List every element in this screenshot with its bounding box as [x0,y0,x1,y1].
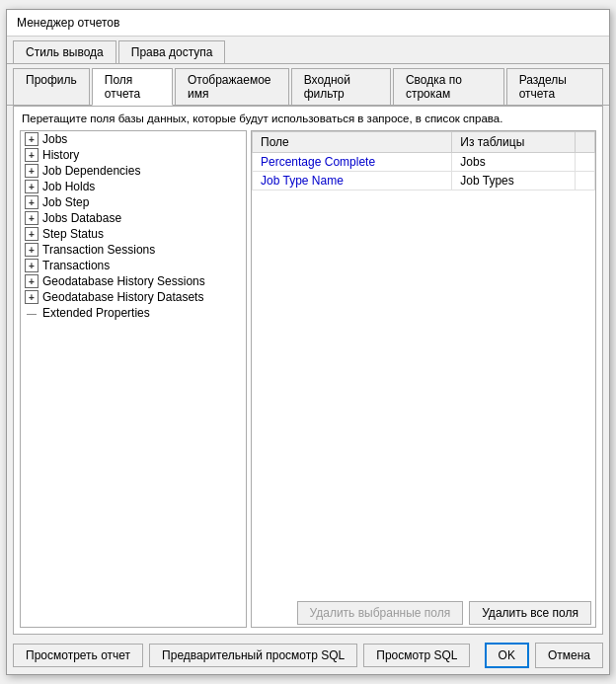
preview-sql-button[interactable]: Предварительный просмотр SQL [149,644,357,667]
tab-row-summary[interactable]: Сводка по строкам [393,68,504,105]
col-header-from: Из таблицы [452,132,576,153]
tree-label-geo-history-datasets: Geodatabase History Datasets [42,290,203,304]
table-row[interactable]: Percentage Complete Jobs [253,153,595,172]
tree-label-job-holds: Job Holds [42,180,95,193]
expand-icon-job-step: + [25,195,38,209]
bottom-button-row: Просмотреть отчет Предварительный просмо… [7,639,609,674]
table-row[interactable]: Job Type Name Job Types [253,172,595,190]
from-table-cell: Job Types [452,172,576,190]
tree-label-history: History [42,148,79,162]
content-area: Перетащите поля базы данных, которые буд… [13,106,603,635]
tree-item-transaction-sessions[interactable]: + Transaction Sessions [21,242,246,258]
window-title: Менеджер отчетов [17,16,119,30]
tree-item-transactions[interactable]: + Transactions [21,258,246,273]
cancel-button[interactable]: Отмена [535,643,603,668]
field-table-panel: Поле Из таблицы Percentage Complete Jobs [251,130,596,628]
leaf-icon-extended-properties: — [25,308,38,319]
panels: + Jobs + History + Job Dependencies + Jo… [20,130,596,628]
tree-item-jobs[interactable]: + Jobs [21,131,246,147]
tree-label-step-status: Step Status [42,227,104,241]
tree-panel[interactable]: + Jobs + History + Job Dependencies + Jo… [20,130,247,628]
field-name-cell: Job Type Name [253,172,452,190]
top-tab-row: Стиль вывода Права доступа [7,37,609,64]
expand-icon-geo-history-sessions: + [25,274,38,288]
tab-profile[interactable]: Профиль [13,68,90,105]
expand-icon-step-status: + [25,227,38,241]
secondary-tab-row: Профиль Поля отчета Отображаемое имя Вхо… [7,64,609,106]
tree-item-extended-properties[interactable]: — Extended Properties [21,305,246,321]
expand-icon-transactions: + [25,259,38,272]
expand-icon-transaction-sessions: + [25,243,38,257]
bottom-left-buttons: Просмотреть отчет Предварительный просмо… [13,644,470,667]
tree-label-transactions: Transactions [42,259,110,272]
tree-label-jobs-database: Jobs Database [42,211,121,225]
tree-item-geo-history-datasets[interactable]: + Geodatabase History Datasets [21,289,246,305]
extra-cell [576,153,595,172]
tab-sections[interactable]: Разделы отчета [506,68,603,105]
col-header-extra [576,132,595,153]
ok-button[interactable]: OK [485,643,529,668]
tree-item-geo-history-sessions[interactable]: + Geodatabase History Sessions [21,273,246,289]
tree-item-step-status[interactable]: + Step Status [21,226,246,242]
instruction-text: Перетащите поля базы данных, которые буд… [20,113,596,124]
remove-all-button[interactable]: Удалить все поля [469,601,591,625]
inner-button-row: Удалить выбранные поля Удалить все поля [252,597,595,627]
field-table: Поле Из таблицы Percentage Complete Jobs [252,131,595,190]
field-name-cell: Percentage Complete [253,153,452,172]
tab-display-name[interactable]: Отображаемое имя [175,68,289,105]
preview-report-button[interactable]: Просмотреть отчет [13,644,143,667]
expand-icon-jobs: + [25,132,38,146]
tree-label-job-dependencies: Job Dependencies [42,164,140,178]
main-window: Менеджер отчетов Стиль вывода Права дост… [6,9,610,675]
col-header-field: Поле [253,132,452,153]
tab-style[interactable]: Стиль вывода [13,40,116,63]
tree-item-job-dependencies[interactable]: + Job Dependencies [21,163,246,179]
from-table-cell: Jobs [452,153,576,172]
tree-label-job-step: Job Step [42,195,89,209]
expand-icon-geo-history-datasets: + [25,290,38,304]
tree-item-job-holds[interactable]: + Job Holds [21,179,246,194]
tree-label-transaction-sessions: Transaction Sessions [42,243,155,257]
bottom-right-buttons: OK Отмена [485,643,603,668]
tab-fields[interactable]: Поля отчета [92,68,173,106]
tree-label-extended-properties: Extended Properties [42,306,150,320]
tab-input-filter[interactable]: Входной фильтр [291,68,391,105]
expand-icon-job-holds: + [25,180,38,193]
view-sql-button[interactable]: Просмотр SQL [363,644,470,667]
expand-icon-jobs-database: + [25,211,38,225]
tab-access[interactable]: Права доступа [118,40,226,63]
tree-item-jobs-database[interactable]: + Jobs Database [21,210,246,226]
expand-icon-job-dependencies: + [25,164,38,178]
title-bar: Менеджер отчетов [7,10,609,37]
extra-cell [576,172,595,190]
remove-selected-button[interactable]: Удалить выбранные поля [297,601,464,625]
tree-item-job-step[interactable]: + Job Step [21,194,246,210]
tree-label-jobs: Jobs [42,132,67,146]
expand-icon-history: + [25,148,38,162]
tree-item-history[interactable]: + History [21,147,246,163]
tree-label-geo-history-sessions: Geodatabase History Sessions [42,274,205,288]
